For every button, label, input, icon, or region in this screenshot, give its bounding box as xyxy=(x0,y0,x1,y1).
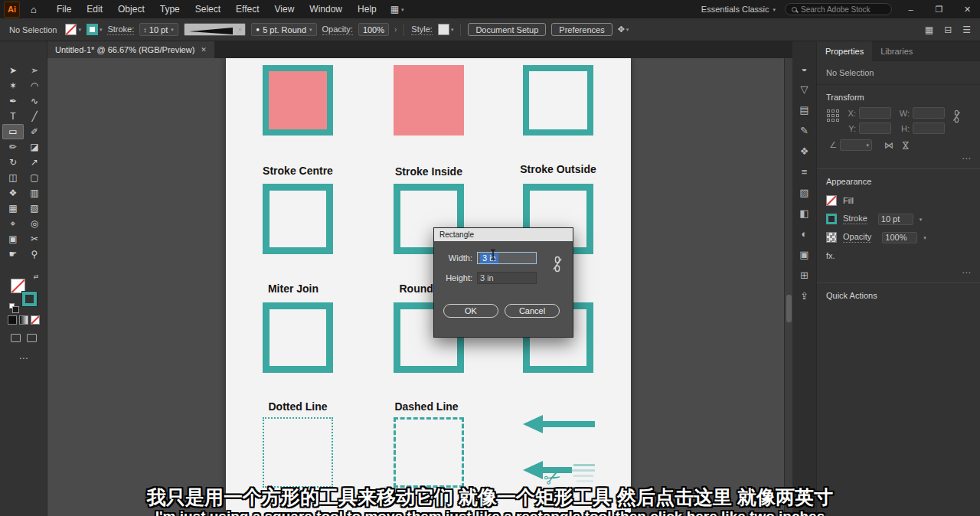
vertical-scrollbar[interactable] xyxy=(784,58,792,516)
panel-icon-symbols[interactable]: ❖ xyxy=(792,141,816,162)
y-field[interactable] xyxy=(859,122,891,134)
tool-direct-selection[interactable]: ➣ xyxy=(24,63,45,78)
swap-fill-stroke-icon[interactable]: ⇄ xyxy=(34,273,39,280)
arrow-graphics[interactable]: ✂ xyxy=(523,412,596,496)
layout-grid-icon[interactable]: ▦ xyxy=(925,24,933,35)
dock-columns-icon[interactable]: ⊟ xyxy=(944,24,952,35)
stroke-panel-link[interactable]: Stroke: xyxy=(107,24,134,35)
opacity-dropdown-icon[interactable]: › xyxy=(394,25,397,34)
restore-button[interactable]: ❐ xyxy=(929,5,949,15)
tool-rotate[interactable]: ↻ xyxy=(2,155,24,170)
width-input[interactable]: 3 in xyxy=(477,252,537,264)
stroke-swatch[interactable] xyxy=(22,292,37,306)
rotate-field[interactable]: ▾ xyxy=(840,139,872,151)
opacity-panel-link[interactable]: Opacity xyxy=(843,232,871,243)
fill-label[interactable]: Fill xyxy=(843,196,854,205)
tool-selection[interactable]: ➤ xyxy=(2,63,24,78)
dialog-titlebar[interactable]: Rectangle xyxy=(434,228,573,241)
label-stroke-centre[interactable]: Stroke Centre xyxy=(237,165,359,177)
stroke-color-control[interactable]: ▾ xyxy=(87,24,103,35)
square-stroke-centre[interactable] xyxy=(263,184,333,254)
fx-button[interactable]: fx. xyxy=(826,251,835,260)
h-field[interactable] xyxy=(913,122,945,134)
label-dashed-line[interactable]: Dashed Line xyxy=(365,400,488,413)
square-pink-fill[interactable] xyxy=(394,65,464,136)
document-setup-button[interactable]: Document Setup xyxy=(468,23,546,36)
appearance-more-options[interactable]: ⋯ xyxy=(817,265,980,282)
gradient-button[interactable] xyxy=(19,315,28,325)
scrollbar-thumb[interactable] xyxy=(786,295,792,322)
toolbar-overflow-button[interactable]: ⋯ xyxy=(0,353,47,364)
w-field[interactable] xyxy=(913,107,945,119)
panel-icon-transparency[interactable]: ◧ xyxy=(792,203,816,224)
panel-icon-stroke[interactable]: ≡ xyxy=(792,162,816,182)
label-stroke-inside[interactable]: Stroke Inside xyxy=(368,165,490,178)
menu-object[interactable]: Object xyxy=(110,0,152,18)
cancel-button[interactable]: Cancel xyxy=(505,304,560,318)
width-profile-dropdown[interactable]: ▾ xyxy=(184,23,247,36)
panel-icon-color[interactable]: ◒ xyxy=(792,58,816,79)
panel-icon-brushes[interactable]: ✎ xyxy=(792,120,816,141)
tab-properties[interactable]: Properties xyxy=(817,41,872,61)
panel-icon-appearance[interactable]: ◐ xyxy=(792,224,816,244)
tool-pencil[interactable]: ✏ xyxy=(2,139,24,155)
search-input[interactable] xyxy=(801,5,885,14)
tool-type[interactable]: T xyxy=(2,109,24,124)
fill-color-control[interactable]: ▾ xyxy=(65,24,81,35)
panel-icon-swatches[interactable]: ▤ xyxy=(792,100,816,120)
default-fill-stroke-icon[interactable] xyxy=(9,303,15,309)
menu-window[interactable]: Window xyxy=(302,0,350,18)
panel-icon-color-guide[interactable]: ▽ xyxy=(792,79,816,100)
tool-pen[interactable]: ✒ xyxy=(2,93,24,109)
square-pink-stroked[interactable] xyxy=(263,65,333,136)
panel-icon-graphic-styles[interactable]: ▣ xyxy=(792,244,816,265)
menu-help[interactable]: Help xyxy=(350,0,384,18)
stroke-weight-dropdown-icon[interactable]: ▾ xyxy=(920,217,923,222)
style-label[interactable]: Style: xyxy=(411,24,433,35)
x-field[interactable] xyxy=(859,107,891,119)
tool-blend[interactable]: ◎ xyxy=(24,216,45,231)
tool-curvature[interactable]: ∿ xyxy=(24,93,45,109)
tool-width[interactable]: ◫ xyxy=(2,170,24,185)
tab-close-button[interactable]: ✕ xyxy=(201,46,207,54)
transform-more-options[interactable]: ⋯ xyxy=(817,151,980,168)
minimize-button[interactable]: – xyxy=(901,5,920,14)
tool-artboard[interactable]: ▣ xyxy=(2,231,24,247)
workspace-switcher[interactable]: Essentials Classic ▾ xyxy=(701,5,776,14)
color-button[interactable] xyxy=(8,315,17,325)
tool-paintbrush[interactable]: ✐ xyxy=(24,124,45,139)
opacity-dropdown-icon[interactable]: ▾ xyxy=(923,235,926,240)
tool-eraser[interactable]: ◪ xyxy=(24,139,45,155)
menu-edit[interactable]: Edit xyxy=(79,0,110,18)
height-input[interactable]: 3 in xyxy=(477,272,537,284)
tool-slice[interactable]: ✂ xyxy=(24,231,45,247)
square-teal-outline[interactable] xyxy=(523,65,593,136)
menu-view[interactable]: View xyxy=(267,0,302,18)
tool-rectangle[interactable]: ▭ xyxy=(2,124,24,139)
draw-mode-button[interactable] xyxy=(11,334,21,342)
constrain-proportions-icon[interactable] xyxy=(551,256,564,273)
square-dashed-line[interactable] xyxy=(394,417,464,488)
square-miter-join[interactable] xyxy=(263,302,333,373)
label-dotted-line[interactable]: Dotted Line xyxy=(237,400,359,413)
preferences-button[interactable]: Preferences xyxy=(551,23,612,36)
tool-magic-wand[interactable]: ✶ xyxy=(2,78,24,93)
label-stroke-outside[interactable]: Stroke Outside xyxy=(497,163,619,175)
menu-select[interactable]: Select xyxy=(188,0,228,18)
tool-shape-builder[interactable]: ❖ xyxy=(2,185,24,201)
tool-line-segment[interactable]: ╱ xyxy=(24,109,45,124)
tool-gradient[interactable]: ▧ xyxy=(24,201,45,216)
menu-type[interactable]: Type xyxy=(152,0,188,18)
square-dotted-line[interactable] xyxy=(263,417,333,488)
menu-file[interactable]: File xyxy=(49,0,79,18)
select-similar-dropdown[interactable]: ✥ ▾ xyxy=(618,24,629,34)
stock-search[interactable] xyxy=(785,3,892,15)
close-button[interactable]: ✕ xyxy=(958,5,977,15)
tool-lasso[interactable]: ◠ xyxy=(24,78,45,93)
reference-point-locator[interactable] xyxy=(826,109,840,122)
arrange-documents-dropdown[interactable]: ▦ ▾ xyxy=(390,4,404,15)
stroke-weight-field[interactable]: ▴▾ 10 pt ▾ xyxy=(139,23,178,36)
tool-column-graph[interactable]: ▥ xyxy=(24,185,45,201)
stroke-weight-field[interactable]: 10 pt xyxy=(878,214,913,225)
stroke-swatch[interactable] xyxy=(826,214,837,224)
